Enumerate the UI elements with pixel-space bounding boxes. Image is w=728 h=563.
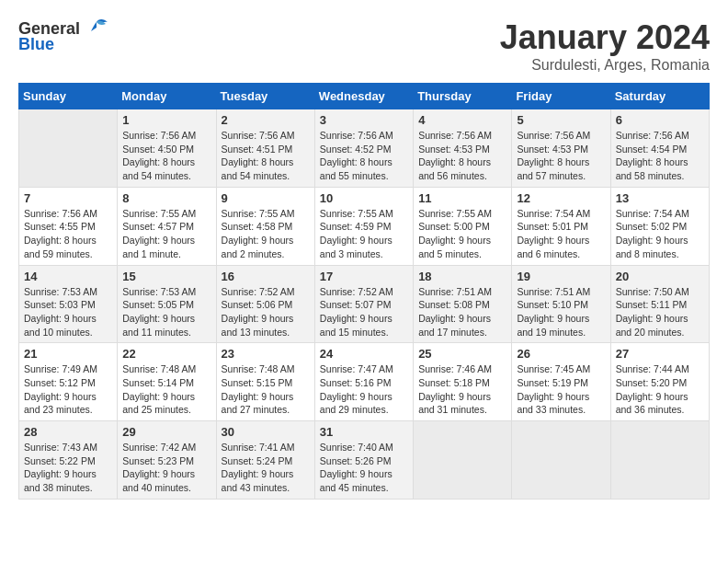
calendar-cell: 19Sunrise: 7:51 AM Sunset: 5:10 PM Dayli…	[512, 265, 610, 343]
calendar-cell: 12Sunrise: 7:54 AM Sunset: 5:01 PM Dayli…	[512, 187, 610, 265]
day-info: Sunrise: 7:52 AM Sunset: 5:06 PM Dayligh…	[222, 285, 310, 339]
day-number: 10	[320, 191, 408, 205]
location: Surdulesti, Arges, Romania	[500, 57, 710, 74]
day-number: 20	[616, 270, 704, 283]
calendar-cell: 10Sunrise: 7:55 AM Sunset: 4:59 PM Dayli…	[314, 187, 413, 265]
day-number: 4	[418, 113, 506, 127]
calendar-cell	[19, 109, 118, 188]
column-header-friday: Friday	[512, 84, 610, 109]
calendar-cell: 21Sunrise: 7:49 AM Sunset: 5:12 PM Dayli…	[19, 343, 118, 421]
calendar-cell: 1Sunrise: 7:56 AM Sunset: 4:50 PM Daylig…	[118, 109, 216, 188]
day-info: Sunrise: 7:46 AM Sunset: 5:18 PM Dayligh…	[418, 362, 506, 417]
calendar-cell: 23Sunrise: 7:48 AM Sunset: 5:15 PM Dayli…	[216, 343, 314, 421]
calendar-cell: 5Sunrise: 7:56 AM Sunset: 4:53 PM Daylig…	[512, 109, 610, 188]
day-info: Sunrise: 7:51 AM Sunset: 5:10 PM Dayligh…	[517, 285, 605, 339]
day-number: 9	[222, 191, 310, 205]
day-number: 2	[222, 113, 310, 127]
day-info: Sunrise: 7:41 AM Sunset: 5:24 PM Dayligh…	[222, 441, 310, 495]
calendar-cell: 28Sunrise: 7:43 AM Sunset: 5:22 PM Dayli…	[19, 421, 118, 500]
calendar-cell	[610, 421, 709, 500]
calendar-cell: 15Sunrise: 7:53 AM Sunset: 5:05 PM Dayli…	[118, 265, 216, 343]
day-number: 17	[320, 270, 408, 283]
calendar-week-row: 14Sunrise: 7:53 AM Sunset: 5:03 PM Dayli…	[19, 265, 710, 343]
day-number: 15	[122, 270, 210, 283]
day-number: 3	[320, 113, 408, 127]
day-number: 23	[222, 347, 310, 361]
calendar-cell: 7Sunrise: 7:56 AM Sunset: 4:55 PM Daylig…	[19, 187, 118, 265]
day-number: 30	[222, 425, 310, 439]
day-info: Sunrise: 7:45 AM Sunset: 5:19 PM Dayligh…	[517, 362, 605, 417]
day-info: Sunrise: 7:55 AM Sunset: 5:00 PM Dayligh…	[418, 207, 506, 261]
day-info: Sunrise: 7:49 AM Sunset: 5:12 PM Dayligh…	[24, 362, 112, 417]
day-number: 31	[320, 425, 408, 439]
page-header: General Blue January 2024 Surdulesti, Ar…	[18, 18, 710, 74]
calendar-week-row: 21Sunrise: 7:49 AM Sunset: 5:12 PM Dayli…	[19, 343, 710, 421]
day-number: 1	[122, 113, 210, 127]
calendar-week-row: 7Sunrise: 7:56 AM Sunset: 4:55 PM Daylig…	[19, 187, 710, 265]
calendar-cell: 9Sunrise: 7:55 AM Sunset: 4:58 PM Daylig…	[216, 187, 314, 265]
day-info: Sunrise: 7:56 AM Sunset: 4:54 PM Dayligh…	[616, 129, 704, 183]
day-info: Sunrise: 7:40 AM Sunset: 5:26 PM Dayligh…	[320, 441, 408, 495]
column-header-wednesday: Wednesday	[314, 84, 413, 109]
calendar-cell: 13Sunrise: 7:54 AM Sunset: 5:02 PM Dayli…	[610, 187, 709, 265]
day-number: 5	[517, 113, 605, 127]
day-number: 26	[517, 347, 605, 361]
day-number: 14	[24, 270, 112, 283]
day-info: Sunrise: 7:56 AM Sunset: 4:51 PM Dayligh…	[222, 129, 310, 183]
day-info: Sunrise: 7:55 AM Sunset: 4:59 PM Dayligh…	[320, 207, 408, 261]
calendar-cell: 4Sunrise: 7:56 AM Sunset: 4:53 PM Daylig…	[414, 109, 512, 188]
day-info: Sunrise: 7:50 AM Sunset: 5:11 PM Dayligh…	[616, 285, 704, 339]
day-info: Sunrise: 7:56 AM Sunset: 4:55 PM Dayligh…	[24, 207, 112, 261]
day-info: Sunrise: 7:51 AM Sunset: 5:08 PM Dayligh…	[418, 285, 506, 339]
column-header-saturday: Saturday	[610, 84, 709, 109]
calendar-cell: 14Sunrise: 7:53 AM Sunset: 5:03 PM Dayli…	[19, 265, 118, 343]
calendar-cell: 8Sunrise: 7:55 AM Sunset: 4:57 PM Daylig…	[118, 187, 216, 265]
calendar-cell: 31Sunrise: 7:40 AM Sunset: 5:26 PM Dayli…	[314, 421, 413, 500]
column-header-monday: Monday	[118, 84, 216, 109]
column-header-sunday: Sunday	[19, 84, 118, 109]
day-number: 28	[24, 425, 112, 439]
day-number: 6	[616, 113, 704, 127]
column-header-tuesday: Tuesday	[216, 84, 314, 109]
day-info: Sunrise: 7:53 AM Sunset: 5:03 PM Dayligh…	[24, 285, 112, 339]
day-number: 16	[222, 270, 310, 283]
day-info: Sunrise: 7:52 AM Sunset: 5:07 PM Dayligh…	[320, 285, 408, 339]
calendar-cell: 27Sunrise: 7:44 AM Sunset: 5:20 PM Dayli…	[610, 343, 709, 421]
calendar-cell	[414, 421, 512, 500]
day-number: 27	[616, 347, 704, 361]
day-info: Sunrise: 7:44 AM Sunset: 5:20 PM Dayligh…	[616, 362, 704, 417]
month-title: January 2024	[500, 18, 710, 57]
calendar-cell: 6Sunrise: 7:56 AM Sunset: 4:54 PM Daylig…	[610, 109, 709, 188]
title-block: January 2024 Surdulesti, Arges, Romania	[500, 18, 710, 74]
day-number: 13	[616, 191, 704, 205]
day-number: 18	[418, 270, 506, 283]
day-number: 22	[122, 347, 210, 361]
calendar-cell: 25Sunrise: 7:46 AM Sunset: 5:18 PM Dayli…	[414, 343, 512, 421]
day-info: Sunrise: 7:56 AM Sunset: 4:53 PM Dayligh…	[418, 129, 506, 183]
calendar-table: SundayMondayTuesdayWednesdayThursdayFrid…	[18, 83, 710, 500]
calendar-cell: 3Sunrise: 7:56 AM Sunset: 4:52 PM Daylig…	[314, 109, 413, 188]
day-info: Sunrise: 7:42 AM Sunset: 5:23 PM Dayligh…	[122, 441, 210, 495]
column-header-thursday: Thursday	[414, 84, 512, 109]
day-number: 29	[122, 425, 210, 439]
calendar-cell: 22Sunrise: 7:48 AM Sunset: 5:14 PM Dayli…	[118, 343, 216, 421]
logo-bird-icon	[84, 18, 109, 39]
day-info: Sunrise: 7:48 AM Sunset: 5:15 PM Dayligh…	[222, 362, 310, 417]
calendar-cell: 26Sunrise: 7:45 AM Sunset: 5:19 PM Dayli…	[512, 343, 610, 421]
day-info: Sunrise: 7:47 AM Sunset: 5:16 PM Dayligh…	[320, 362, 408, 417]
calendar-cell: 30Sunrise: 7:41 AM Sunset: 5:24 PM Dayli…	[216, 421, 314, 500]
day-info: Sunrise: 7:55 AM Sunset: 4:57 PM Dayligh…	[122, 207, 210, 261]
calendar-cell: 18Sunrise: 7:51 AM Sunset: 5:08 PM Dayli…	[414, 265, 512, 343]
day-info: Sunrise: 7:54 AM Sunset: 5:02 PM Dayligh…	[616, 207, 704, 261]
calendar-cell: 29Sunrise: 7:42 AM Sunset: 5:23 PM Dayli…	[118, 421, 216, 500]
day-info: Sunrise: 7:48 AM Sunset: 5:14 PM Dayligh…	[122, 362, 210, 417]
day-number: 12	[517, 191, 605, 205]
day-number: 19	[517, 270, 605, 283]
calendar-cell: 16Sunrise: 7:52 AM Sunset: 5:06 PM Dayli…	[216, 265, 314, 343]
day-info: Sunrise: 7:54 AM Sunset: 5:01 PM Dayligh…	[517, 207, 605, 261]
day-number: 21	[24, 347, 112, 361]
logo: General Blue	[18, 18, 109, 54]
day-number: 25	[418, 347, 506, 361]
day-info: Sunrise: 7:43 AM Sunset: 5:22 PM Dayligh…	[24, 441, 112, 495]
day-info: Sunrise: 7:56 AM Sunset: 4:52 PM Dayligh…	[320, 129, 408, 183]
